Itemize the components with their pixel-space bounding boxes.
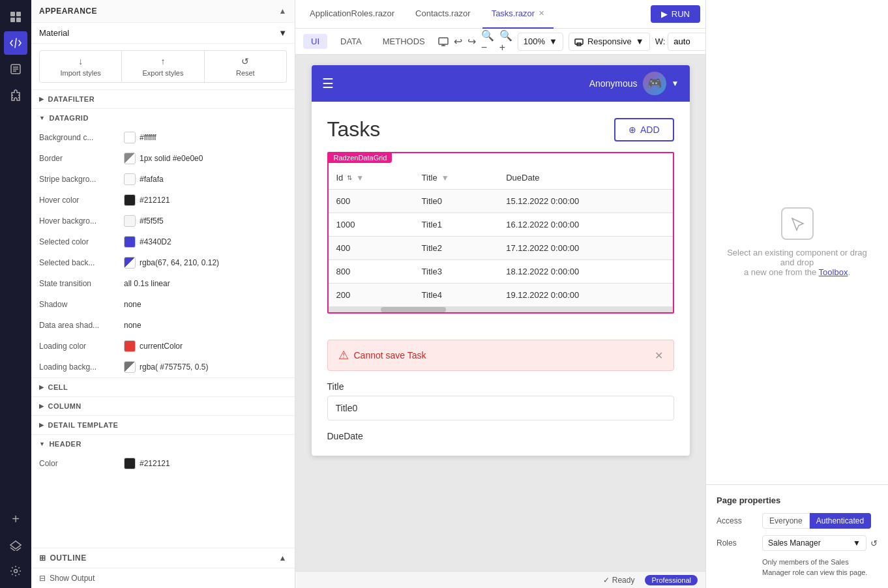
app-preview: ☰ Anonymous 🎮 ▼ Tasks ⊕ ADD xyxy=(312,65,690,456)
prop-selected-color-value[interactable]: #4340D2 xyxy=(124,236,287,248)
import-icon: ↓ xyxy=(78,56,83,66)
outline-section[interactable]: ⊞ OUTLINE ▲ xyxy=(31,548,295,568)
table-row[interactable]: 400 Title2 17.12.2022 0:00:00 xyxy=(329,237,673,260)
cell-id-2: 400 xyxy=(329,237,414,260)
grid-icon[interactable] xyxy=(4,5,27,29)
prop-border-value[interactable]: 1px solid #e0e0e0 xyxy=(124,153,287,164)
add-icon[interactable]: + xyxy=(4,507,27,531)
background-color-swatch[interactable] xyxy=(124,132,136,143)
hamburger-icon[interactable]: ☰ xyxy=(322,76,334,91)
datagrid-scrollbar-thumb[interactable] xyxy=(381,307,446,312)
prop-selected-bg-value[interactable]: rgba(67, 64, 210, 0.12) xyxy=(124,257,287,269)
material-dropdown[interactable]: ▼ xyxy=(278,28,287,38)
style-buttons-row: ↓ Import styles ↑ Export styles ↺ Reset xyxy=(31,44,295,90)
header-section-header[interactable]: ▼ HEADER xyxy=(31,435,295,453)
table-row[interactable]: 800 Title3 18.12.2022 0:00:00 xyxy=(329,260,673,284)
prop-header-color-value[interactable]: #212121 xyxy=(124,458,287,469)
zoom-in-icon[interactable]: 🔍+ xyxy=(499,33,512,51)
table-row[interactable]: 1000 Title1 16.12.2022 0:00:00 xyxy=(329,213,673,237)
selected-color-text: #4340D2 xyxy=(140,237,171,246)
ui-tab[interactable]: UI xyxy=(303,34,327,49)
layers-icon[interactable] xyxy=(4,533,27,557)
desktop-icon[interactable] xyxy=(438,33,449,51)
datagrid-scrollbar[interactable] xyxy=(329,307,673,312)
cell-section[interactable]: ▶ CELL xyxy=(31,378,295,397)
loading-color-swatch[interactable] xyxy=(124,340,136,352)
pages-icon[interactable] xyxy=(4,57,27,81)
sort-icon[interactable]: ⇅ xyxy=(347,174,352,181)
selected-bg-text: rgba(67, 64, 210, 0.12) xyxy=(140,258,219,267)
prop-loading-bg-value[interactable]: rgba( #757575, 0.5) xyxy=(124,361,287,373)
form-section: Title DueDate xyxy=(312,381,690,456)
cell-duedate-4: 19.12.2022 0:00:00 xyxy=(498,284,672,307)
table-row[interactable]: 200 Title4 19.12.2022 0:00:00 xyxy=(329,284,673,307)
roles-note: Only members of the Sales Manager role c… xyxy=(762,557,878,578)
selected-bg-swatch[interactable] xyxy=(124,257,136,269)
w-label: W: xyxy=(655,37,666,46)
prop-hover-bg-value[interactable]: #f5f5f5 xyxy=(124,215,287,227)
data-tab[interactable]: DATA xyxy=(333,34,370,49)
w-input[interactable] xyxy=(668,33,705,51)
prop-data-area-shadow: Data area shad... none xyxy=(31,315,295,336)
alert-close-button[interactable]: ✕ xyxy=(655,349,663,362)
show-output-row[interactable]: ⊟ Show Output xyxy=(31,568,295,588)
prop-background-value[interactable]: #ffffff xyxy=(124,132,287,143)
loading-bg-swatch[interactable] xyxy=(124,361,136,373)
import-styles-button[interactable]: ↓ Import styles xyxy=(39,50,122,83)
roles-reset-button[interactable]: ↺ xyxy=(870,538,878,548)
datagrid-wrapper: RadzenDataGrid Id ⇅ ▼ xyxy=(327,152,674,314)
selected-color-swatch[interactable] xyxy=(124,236,136,248)
app-title: Tasks xyxy=(327,117,381,141)
border-color-swatch[interactable] xyxy=(124,153,136,164)
export-label: Export styles xyxy=(143,69,184,77)
datafilter-section[interactable]: ▶ DATAFILTER xyxy=(31,90,295,109)
methods-tab[interactable]: METHODS xyxy=(375,34,433,49)
settings-icon[interactable] xyxy=(4,559,27,583)
prop-shadow: Shadow none xyxy=(31,294,295,315)
stripe-color-swatch[interactable] xyxy=(124,173,136,185)
prop-loading-color-value[interactable]: currentColor xyxy=(124,340,287,352)
table-row[interactable]: 600 Title0 15.12.2022 0:00:00 xyxy=(329,190,673,213)
redo-icon[interactable]: ↪ xyxy=(467,33,476,51)
header-color-swatch[interactable] xyxy=(124,458,136,469)
responsive-select[interactable]: Responsive ▼ xyxy=(569,33,650,51)
add-button[interactable]: ⊕ ADD xyxy=(614,118,674,141)
hover-bg-text: #f5f5f5 xyxy=(140,216,164,226)
hover-bg-swatch[interactable] xyxy=(124,215,136,227)
form-title-input[interactable] xyxy=(327,396,674,420)
prop-stripe-value[interactable]: #fafafa xyxy=(124,173,287,185)
zoom-select[interactable]: 100% ▼ xyxy=(518,33,563,51)
prop-state-transition-value[interactable]: all 0.1s linear xyxy=(124,279,287,288)
run-button[interactable]: ▶ RUN xyxy=(651,5,700,23)
tab-application-roles[interactable]: ApplicationRoles.razor xyxy=(301,0,404,29)
detail-template-section[interactable]: ▶ DETAIL TEMPLATE xyxy=(31,416,295,435)
prop-hover-color-value[interactable]: #212121 xyxy=(124,194,287,206)
tab-tasks[interactable]: Tasks.razor ✕ xyxy=(482,0,554,29)
material-dropdown-chevron: ▼ xyxy=(278,28,287,38)
everyone-button[interactable]: Everyone xyxy=(762,513,810,529)
undo-icon[interactable]: ↩ xyxy=(454,33,462,51)
prop-data-area-shadow-value[interactable]: none xyxy=(124,321,287,330)
export-styles-button[interactable]: ↑ Export styles xyxy=(122,50,204,83)
filter-title-icon[interactable]: ▼ xyxy=(441,173,449,183)
tab-tasks-close[interactable]: ✕ xyxy=(539,9,544,18)
user-dropdown-arrow[interactable]: ▼ xyxy=(672,79,679,88)
code-icon[interactable] xyxy=(4,31,27,55)
prop-shadow-value[interactable]: none xyxy=(124,300,287,309)
toolbox-link[interactable]: Toolbox xyxy=(819,267,848,277)
roles-select[interactable]: Sales Manager ▼ xyxy=(762,535,866,551)
svg-point-5 xyxy=(14,570,18,573)
page-properties-title: Page properties xyxy=(717,495,878,505)
filter-id-icon[interactable]: ▼ xyxy=(356,173,364,183)
app-header: ☰ Anonymous 🎮 ▼ xyxy=(312,65,690,102)
responsive-value: Responsive xyxy=(587,37,632,46)
authenticated-button[interactable]: Authenticated xyxy=(810,513,871,529)
zoom-out-icon[interactable]: 🔍− xyxy=(481,33,494,51)
tab-contacts[interactable]: Contacts.razor xyxy=(406,0,480,29)
reset-styles-button[interactable]: ↺ Reset xyxy=(205,50,287,83)
datagrid-section-header[interactable]: ▼ DATAGRID xyxy=(31,109,295,127)
hover-color-swatch[interactable] xyxy=(124,194,136,206)
appearance-section-header[interactable]: APPEARANCE ▲ xyxy=(31,0,295,23)
column-section[interactable]: ▶ COLUMN xyxy=(31,397,295,416)
puzzle-icon[interactable] xyxy=(4,83,27,107)
